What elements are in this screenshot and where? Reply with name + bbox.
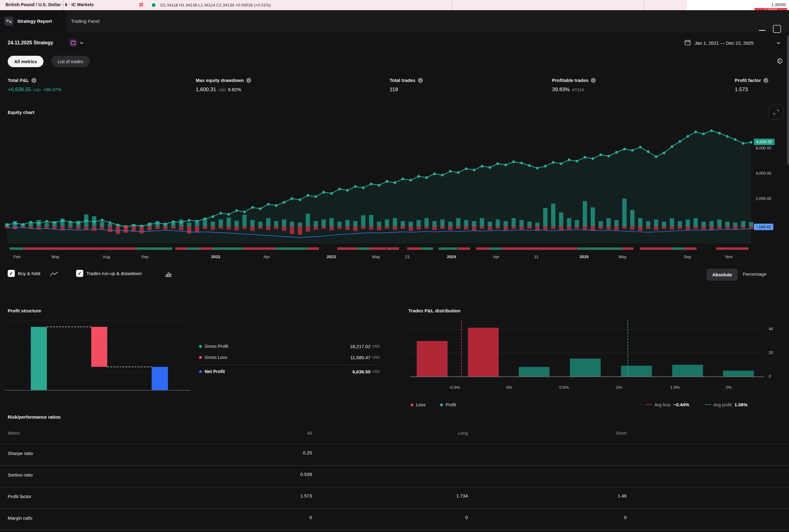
info-icon[interactable]: i — [32, 78, 36, 83]
equity-x-label: May — [46, 254, 65, 259]
equity-x-label: 21 — [398, 254, 417, 259]
avg-profit-line — [627, 320, 628, 376]
info-icon[interactable]: i — [764, 78, 768, 83]
equity-y-label: 6,000.00 — [756, 146, 771, 150]
histogram-bar — [621, 366, 652, 376]
avg-loss-line — [461, 320, 462, 376]
histogram-bar — [723, 370, 754, 376]
chevron-down-icon[interactable] — [80, 42, 83, 44]
expand-chart-button[interactable] — [769, 105, 784, 119]
metric-value: 1,600.31USD 9.82% — [196, 87, 241, 93]
minimize-icon[interactable] — [759, 30, 766, 31]
metric-label: Max equity drawdowni — [196, 78, 251, 83]
col-header-short: Short — [577, 431, 626, 436]
table-cell: 1.734 — [418, 493, 468, 498]
axis-line — [5, 390, 190, 391]
tab-list-of-trades[interactable]: List of trades — [51, 56, 90, 67]
avg-loss-dash-icon — [646, 404, 652, 405]
timeline-segment — [490, 247, 502, 250]
table-row-label: Profit factor — [8, 494, 32, 499]
settings-gear-icon[interactable] — [775, 57, 784, 65]
col-header-metric: Metric — [8, 431, 20, 436]
restore-window-icon[interactable] — [773, 25, 781, 33]
symbol-title[interactable]: British Pound / U.S. Dollar · 6 · IC Mar… — [5, 2, 94, 7]
metric-value: 1.573 — [735, 87, 748, 93]
timeline-segment — [243, 247, 275, 250]
table-row-label: Sortino ratio — [8, 472, 33, 477]
status-dot-icon — [151, 2, 156, 8]
trades-runup-checkbox[interactable]: ✓ — [76, 270, 83, 277]
table-cell: 1.573 — [263, 493, 312, 498]
equity-chart-plot[interactable] — [5, 128, 754, 243]
col-header-long: Long — [418, 431, 468, 436]
waterfall-connector — [107, 366, 152, 367]
divider — [0, 508, 789, 509]
timeline-segment — [622, 247, 633, 250]
timeline-segment — [23, 247, 136, 250]
tab-trading-panel[interactable]: Trading Panel — [71, 18, 99, 24]
timeline-segment — [369, 247, 386, 250]
chevron-down-icon[interactable] — [777, 42, 781, 44]
timeline-segment — [275, 247, 307, 250]
legend-value: 6,636.55 — [306, 369, 371, 374]
date-range[interactable]: Jan 1, 2021 — Dec 22, 2025 — [695, 40, 754, 45]
distribution-y-label: 20 — [769, 350, 773, 355]
timeline-segment — [10, 247, 23, 250]
equity-x-label: Feb — [8, 254, 26, 259]
percentage-toggle-button[interactable]: Percentage — [743, 271, 767, 277]
gross-profit-bar — [31, 327, 47, 390]
table-row-label: Margin calls — [8, 515, 32, 520]
last-price-tag: 1.34103 — [754, 8, 787, 10]
axis-line — [410, 376, 764, 377]
chart-gridline — [644, 0, 644, 10]
scrollbar[interactable] — [787, 35, 789, 165]
timeline-segment — [337, 247, 357, 250]
legend-profit[interactable]: Profit — [440, 402, 456, 407]
buy-hold-checkbox[interactable]: ✓ — [8, 270, 15, 277]
distribution-x-label: 1.5% — [663, 385, 687, 390]
histogram-bar — [468, 328, 499, 376]
equity-x-label: 2025 — [575, 254, 593, 259]
trades-runup-label[interactable]: Trades run-up & drawdown — [86, 271, 142, 276]
table-cell: 0 — [577, 515, 626, 520]
timeline-segment — [187, 247, 200, 250]
strategy-calendar-icon[interactable] — [69, 38, 77, 47]
timeline-segment — [684, 247, 697, 250]
absolute-toggle-button[interactable]: Absolute — [707, 269, 738, 281]
info-icon[interactable]: i — [418, 78, 423, 83]
legend-divider — [199, 365, 380, 365]
timeline-segment — [438, 247, 457, 250]
info-icon[interactable]: i — [591, 78, 596, 83]
col-header-all: All — [263, 431, 312, 436]
legend-currency: USD — [372, 344, 380, 348]
ohlc-values: O1.34116 H1.34138 L1.34114 C1.34134 +0.0… — [160, 3, 271, 7]
timeline-segment — [307, 247, 319, 250]
info-icon[interactable]: i — [246, 78, 251, 83]
table-cell: 0 — [418, 515, 468, 520]
tab-strategy-report-label: Strategy Report — [17, 18, 52, 24]
distribution-title: Trades P&L distribution — [408, 308, 461, 313]
timeline-segment — [175, 247, 187, 250]
calendar-icon[interactable] — [684, 39, 691, 46]
tab-strategy-report[interactable]: Strategy Report — [0, 10, 66, 32]
flag-icon[interactable] — [139, 3, 144, 7]
legend-value: 11,580.47 — [306, 355, 371, 360]
timeline-segment — [640, 247, 672, 250]
gross-loss-bar — [91, 327, 107, 367]
tab-all-metrics[interactable]: All metrics — [8, 56, 43, 67]
legend-loss[interactable]: Loss — [411, 402, 426, 407]
buy-hold-label[interactable]: Buy & hold — [18, 271, 40, 276]
timeline-segment — [672, 247, 684, 250]
legend-dot-icon — [199, 356, 202, 359]
distribution-x-label: 1% — [606, 385, 631, 390]
timeline-segment — [387, 247, 399, 250]
divider — [0, 465, 789, 466]
gridline — [410, 329, 764, 329]
distribution-x-label: 0.5% — [552, 385, 576, 390]
timeline-segment — [476, 247, 490, 250]
legend-value: 18,217.02 — [306, 344, 371, 349]
equity-x-label: Sep — [136, 254, 154, 259]
avg-profit-legend: Avg profit 1.08% — [705, 402, 747, 407]
strategy-name[interactable]: 24.11.2025 Strategy — [8, 40, 53, 45]
chart-background-strip: British Pound / U.S. Dollar · 6 · IC Mar… — [0, 0, 789, 10]
